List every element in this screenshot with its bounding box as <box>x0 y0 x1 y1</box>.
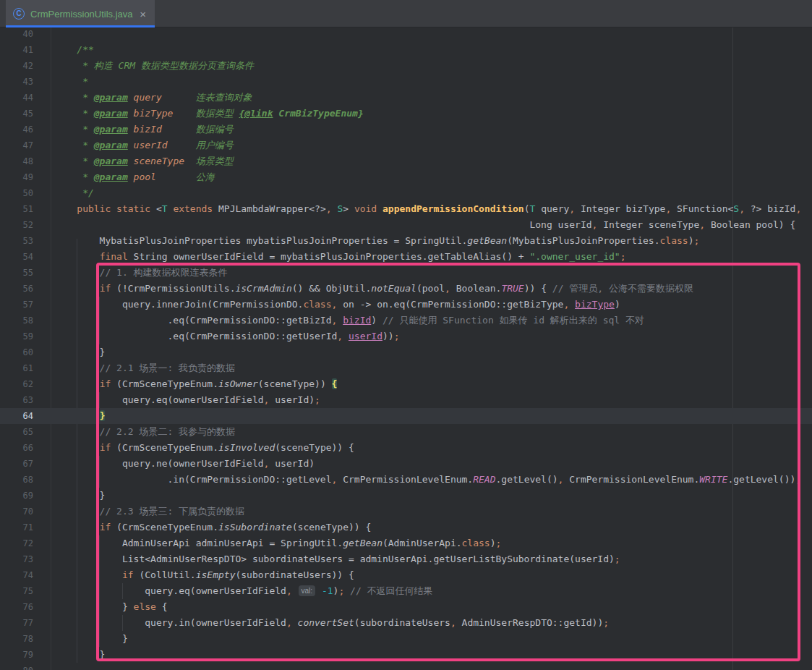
code-text: AdminUserApi adminUserApi = SpringUtil.g… <box>54 535 501 551</box>
code-editor[interactable]: 4041 /**42 * 构造 CRM 数据类型数据分页查询条件43 *44 *… <box>0 27 812 670</box>
code-line-76[interactable]: 76 } else { <box>0 599 812 615</box>
code-line-65[interactable]: 65 // 2.2 场景二: 我参与的数据 <box>0 424 812 440</box>
line-number[interactable]: 77 <box>0 615 33 631</box>
line-number[interactable]: 57 <box>0 297 33 313</box>
line-number[interactable]: 78 <box>0 631 33 647</box>
line-number[interactable]: 75 <box>0 583 33 599</box>
line-number[interactable]: 48 <box>0 153 33 169</box>
code-text: * <box>54 74 88 90</box>
code-line-55[interactable]: 55 // 1. 构建数据权限连表条件 <box>0 265 812 281</box>
code-line-45[interactable]: 45 * @param bizType 数据类型 {@link CrmBizTy… <box>0 106 812 122</box>
code-text: query.eq(ownerUserIdField, userId); <box>54 392 320 408</box>
line-number[interactable]: 44 <box>0 90 33 106</box>
code-text: if (!CrmPermissionUtils.isCrmAdmin() && … <box>54 281 693 297</box>
line-number[interactable]: 62 <box>0 376 33 392</box>
code-line-57[interactable]: 57 query.innerJoin(CrmPermissionDO.class… <box>0 297 812 313</box>
code-text: * @param userId 用户编号 <box>54 137 234 153</box>
code-line-64[interactable]: 64 } <box>0 408 812 424</box>
line-number[interactable]: 58 <box>0 313 33 328</box>
line-number[interactable]: 55 <box>0 265 33 281</box>
code-text: } <box>54 344 105 360</box>
code-line-66[interactable]: 66 if (CrmSceneTypeEnum.isInvolved(scene… <box>0 440 812 456</box>
code-line-56[interactable]: 56 if (!CrmPermissionUtils.isCrmAdmin() … <box>0 281 812 297</box>
line-number[interactable]: 61 <box>0 360 33 376</box>
line-number[interactable]: 59 <box>0 328 33 344</box>
code-line-61[interactable]: 61 // 2.1 场景一: 我负责的数据 <box>0 360 812 376</box>
tab-crmpermissionutils[interactable]: C CrmPermissionUtils.java × <box>6 0 155 27</box>
code-line-62[interactable]: 62 if (CrmSceneTypeEnum.isOwner(sceneTyp… <box>0 376 812 392</box>
code-line-78[interactable]: 78 } <box>0 631 812 647</box>
code-line-80[interactable]: 80 <box>0 663 812 670</box>
code-text: if (CrmSceneTypeEnum.isInvolved(sceneTyp… <box>54 440 354 456</box>
code-line-52[interactable]: 52 Long userId, Integer sceneType, Boole… <box>0 217 812 233</box>
line-number[interactable]: 51 <box>0 201 33 217</box>
code-text: /** <box>54 42 94 58</box>
code-line-72[interactable]: 72 AdminUserApi adminUserApi = SpringUti… <box>0 535 812 551</box>
code-text: public static <T extends MPJLambdaWrappe… <box>54 201 801 217</box>
code-line-60[interactable]: 60 } <box>0 344 812 360</box>
line-number[interactable]: 74 <box>0 567 33 583</box>
code-line-77[interactable]: 77 query.in(ownerUserIdField, convertSet… <box>0 615 812 631</box>
line-number[interactable]: 46 <box>0 122 33 137</box>
line-number[interactable]: 52 <box>0 217 33 233</box>
code-line-46[interactable]: 46 * @param bizId 数据编号 <box>0 122 812 137</box>
code-line-71[interactable]: 71 if (CrmSceneTypeEnum.isSubordinate(sc… <box>0 520 812 535</box>
code-text: } <box>54 631 128 647</box>
line-number[interactable]: 80 <box>0 663 33 670</box>
line-number[interactable]: 72 <box>0 535 33 551</box>
line-number[interactable]: 49 <box>0 169 33 185</box>
line-number[interactable]: 67 <box>0 456 33 472</box>
line-number[interactable]: 69 <box>0 488 33 504</box>
line-number[interactable]: 68 <box>0 472 33 488</box>
code-line-69[interactable]: 69 } <box>0 488 812 504</box>
code-line-43[interactable]: 43 * <box>0 74 812 90</box>
code-text: query.ne(ownerUserIdField, userId) <box>54 456 315 472</box>
line-number[interactable]: 63 <box>0 392 33 408</box>
line-number[interactable]: 70 <box>0 504 33 520</box>
code-line-53[interactable]: 53 MybatisPlusJoinProperties mybatisPlus… <box>0 233 812 249</box>
code-line-49[interactable]: 49 * @param pool 公海 <box>0 169 812 185</box>
line-number[interactable]: 56 <box>0 281 33 297</box>
line-number[interactable]: 54 <box>0 249 33 265</box>
code-line-79[interactable]: 79 } <box>0 647 812 663</box>
tab-label: CrmPermissionUtils.java <box>30 9 133 20</box>
code-line-75[interactable]: 75 query.eq(ownerUserIdField, val: -1); … <box>0 583 812 599</box>
line-number[interactable]: 73 <box>0 551 33 567</box>
code-line-48[interactable]: 48 * @param sceneType 场景类型 <box>0 153 812 169</box>
line-number[interactable]: 42 <box>0 58 33 74</box>
code-line-47[interactable]: 47 * @param userId 用户编号 <box>0 137 812 153</box>
code-line-73[interactable]: 73 List<AdminUserRespDTO> subordinateUse… <box>0 551 812 567</box>
code-line-74[interactable]: 74 if (CollUtil.isEmpty(subordinateUsers… <box>0 567 812 583</box>
code-line-63[interactable]: 63 query.eq(ownerUserIdField, userId); <box>0 392 812 408</box>
code-line-54[interactable]: 54 final String ownerUserIdField = mybat… <box>0 249 812 265</box>
code-line-59[interactable]: 59 .eq(CrmPermissionDO::getUserId, userI… <box>0 328 812 344</box>
line-number[interactable]: 41 <box>0 42 33 58</box>
line-number[interactable]: 71 <box>0 520 33 535</box>
code-text: .eq(CrmPermissionDO::getUserId, userId))… <box>54 328 399 344</box>
code-line-42[interactable]: 42 * 构造 CRM 数据类型数据分页查询条件 <box>0 58 812 74</box>
line-number[interactable]: 47 <box>0 137 33 153</box>
line-number[interactable]: 76 <box>0 599 33 615</box>
line-number[interactable]: 43 <box>0 74 33 90</box>
line-number[interactable]: 65 <box>0 424 33 440</box>
line-number[interactable]: 60 <box>0 344 33 360</box>
code-line-44[interactable]: 44 * @param query 连表查询对象 <box>0 90 812 106</box>
line-number[interactable]: 50 <box>0 185 33 201</box>
code-line-70[interactable]: 70 // 2.3 场景三: 下属负责的数据 <box>0 504 812 520</box>
line-number[interactable]: 66 <box>0 440 33 456</box>
code-text: .in(CrmPermissionDO::getLevel, CrmPermis… <box>54 472 801 488</box>
tab-close-icon[interactable]: × <box>138 9 148 20</box>
line-number[interactable]: 53 <box>0 233 33 249</box>
line-number[interactable]: 79 <box>0 647 33 663</box>
code-line-40[interactable]: 40 <box>0 27 812 42</box>
line-number[interactable]: 40 <box>0 27 33 42</box>
code-line-67[interactable]: 67 query.ne(ownerUserIdField, userId) <box>0 456 812 472</box>
code-line-50[interactable]: 50 */ <box>0 185 812 201</box>
code-line-58[interactable]: 58 .eq(CrmPermissionDO::getBizId, bizId)… <box>0 313 812 328</box>
code-text: final String ownerUserIdField = mybatisP… <box>54 249 626 265</box>
code-line-41[interactable]: 41 /** <box>0 42 812 58</box>
line-number[interactable]: 64 <box>0 408 33 424</box>
code-line-68[interactable]: 68 .in(CrmPermissionDO::getLevel, CrmPer… <box>0 472 812 488</box>
line-number[interactable]: 45 <box>0 106 33 122</box>
code-line-51[interactable]: 51 public static <T extends MPJLambdaWra… <box>0 201 812 217</box>
